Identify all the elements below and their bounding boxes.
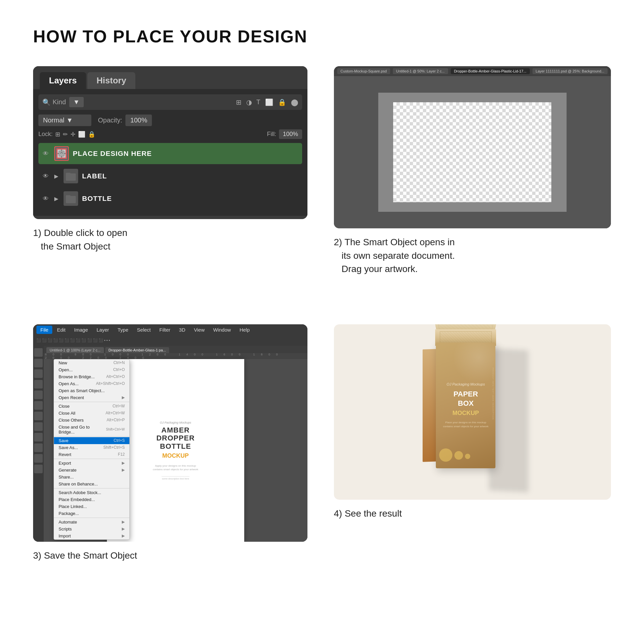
dd-import[interactable]: Import▶: [54, 532, 129, 539]
opacity-label: Opacity:: [98, 116, 122, 124]
dd-open-recent[interactable]: Open Recent▶: [54, 394, 129, 401]
layer-name-design: PLACE DESIGN HERE: [73, 150, 152, 158]
ps-tab-3[interactable]: Dropper-Bottle-Amber-Glass-Plastic-Lid-1…: [451, 68, 530, 74]
box-mockup-container: OJ Packaging Mockups PAPER BOX MOCKUP Pl…: [409, 329, 535, 495]
step-2-caption: 2) The Smart Object opens in its own sep…: [334, 236, 455, 276]
dd-export[interactable]: Export▶: [54, 460, 129, 467]
ps-tab-2[interactable]: Untitled-1 @ 50%: Layer 2 c...: [393, 68, 448, 74]
layer-icon-shape[interactable]: ⬜: [265, 98, 273, 106]
menu-select[interactable]: Select: [133, 326, 155, 334]
lock-paint-icon[interactable]: ✏: [63, 131, 68, 138]
lock-move-icon[interactable]: ✛: [70, 131, 75, 138]
menu-help[interactable]: Help: [236, 326, 254, 334]
tool-7[interactable]: [34, 412, 43, 420]
step-4-cell: OJ Packaging Mockups PAPER BOX MOCKUP Pl…: [334, 324, 611, 563]
dd-open[interactable]: Open...Ctrl+O: [54, 366, 129, 373]
lock-transparency-icon[interactable]: ⊞: [55, 131, 60, 138]
dd-open-smart[interactable]: Open as Smart Object...: [54, 387, 129, 394]
blend-mode-select[interactable]: Normal ▼: [38, 115, 91, 126]
ps-doc-tab-1[interactable]: Untitled-1 @ 100% (Layer 2 c...: [46, 347, 104, 353]
tool-12[interactable]: [34, 465, 43, 473]
dd-new[interactable]: NewCtrl+N: [54, 359, 129, 366]
ps-main-area: Untitled-1 @ 100% (Layer 2 c... Dropper-…: [44, 346, 307, 542]
menu-layer[interactable]: Layer: [93, 326, 113, 334]
dd-share-behance[interactable]: Share on Behance...: [54, 481, 129, 487]
menu-type[interactable]: Type: [114, 326, 132, 334]
menu-view[interactable]: View: [190, 326, 208, 334]
dd-scripts[interactable]: Scripts▶: [54, 526, 129, 532]
layer-name-label: LABEL: [82, 172, 107, 180]
menu-file[interactable]: File: [36, 326, 52, 334]
result-box: OJ Packaging Mockups PAPER BOX MOCKUP Pl…: [334, 324, 611, 500]
dd-search-stock[interactable]: Search Adobe Stock...: [54, 489, 129, 496]
menu-image[interactable]: Image: [70, 326, 92, 334]
dd-sep-5: [54, 518, 129, 518]
dd-share[interactable]: Share...: [54, 474, 129, 481]
ps-tab-1[interactable]: Custom-Mockup-Square.psd: [337, 68, 390, 74]
tool-2[interactable]: [34, 359, 43, 367]
tool-11[interactable]: [34, 454, 43, 463]
menu-edit[interactable]: Edit: [53, 326, 69, 334]
tool-3[interactable]: [34, 369, 43, 378]
box-side-text: PRODUCT INFO TEXT HERE DESCRIPTION: [492, 368, 494, 420]
lock-label: Lock:: [38, 131, 53, 138]
dd-close-all[interactable]: Close AllAlt+Ctrl+W: [54, 410, 129, 417]
tab-history[interactable]: History: [87, 72, 136, 89]
dd-package[interactable]: Package...: [54, 510, 129, 517]
lock-artboard-icon[interactable]: ⬜: [78, 131, 85, 138]
tool-9[interactable]: [34, 433, 43, 441]
layer-icon-image[interactable]: ⊞: [236, 98, 242, 106]
menu-filter[interactable]: Filter: [156, 326, 174, 334]
tool-8[interactable]: [34, 422, 43, 431]
layer-chevron-bottle[interactable]: ▶: [54, 196, 58, 202]
lock-icons: ⊞ ✏ ✛ ⬜ 🔒: [55, 131, 95, 138]
step-3-caption: 3) Save the Smart Object: [33, 549, 137, 563]
dd-sep-3: [54, 459, 129, 459]
box-title-line2: BOX: [453, 399, 478, 407]
layer-icon-pixel[interactable]: ⬤: [291, 98, 298, 106]
ps-doc-tabs: Untitled-1 @ 100% (Layer 2 c... Dropper-…: [44, 346, 307, 353]
layer-icon-type[interactable]: T: [256, 98, 260, 106]
svg-rect-6: [66, 173, 76, 181]
doc-small-text: Apply your designs on this mockupcontain…: [153, 464, 198, 471]
tool-6[interactable]: [34, 401, 43, 410]
dd-close[interactable]: CloseCtrl+W: [54, 403, 129, 410]
layer-visibility-icon-bottle[interactable]: 👁: [41, 194, 50, 203]
layer-thumb-bottle: [64, 191, 78, 206]
menu-window[interactable]: Window: [209, 326, 235, 334]
dd-open-as[interactable]: Open As...Alt+Shift+Ctrl+O: [54, 380, 129, 387]
layer-icon-adjust[interactable]: ◑: [246, 98, 252, 106]
layer-row-label[interactable]: 👁 ▶ LABEL: [38, 165, 302, 187]
page-title: HOW TO PLACE YOUR DESIGN: [33, 26, 611, 46]
dd-place-linked[interactable]: Place Linked...: [54, 503, 129, 510]
ps-doc-tab-2[interactable]: Dropper-Bottle-Amber-Glass-1 pa...: [105, 347, 169, 353]
step-4-caption: 4) See the result: [334, 507, 402, 521]
dd-revert[interactable]: RevertF12: [54, 451, 129, 458]
dd-close-others[interactable]: Close OthersAlt+Ctrl+P: [54, 417, 129, 424]
tool-4[interactable]: [34, 380, 43, 389]
dd-generate[interactable]: Generate▶: [54, 467, 129, 474]
layer-row-design[interactable]: 👁 PLACE DESI: [38, 143, 302, 164]
dd-place-embedded[interactable]: Place Embedded...: [54, 496, 129, 503]
box-title-block: PAPER BOX: [453, 390, 478, 409]
dd-save[interactable]: SaveCtrl+S: [54, 437, 129, 444]
ps-tab-4[interactable]: Layer 1111111.psd @ 25%: Background...: [532, 68, 608, 74]
layer-visibility-icon-label[interactable]: 👁: [41, 171, 50, 181]
dd-close-bridge[interactable]: Close and Go to Bridge...Shift+Ctrl+W: [54, 424, 129, 436]
dd-save-as[interactable]: Save As...Shift+Ctrl+S: [54, 444, 129, 451]
tool-1[interactable]: [34, 348, 43, 357]
layer-chevron-label[interactable]: ▶: [54, 173, 58, 179]
layer-visibility-icon-design[interactable]: 👁: [41, 149, 50, 158]
opacity-value[interactable]: 100%: [125, 115, 152, 126]
tool-5[interactable]: [34, 391, 43, 399]
layer-row-bottle[interactable]: 👁 ▶ BOTTLE: [38, 188, 302, 209]
dd-automate[interactable]: Automate▶: [54, 519, 129, 526]
search-kind-dropdown[interactable]: ▼: [69, 97, 84, 107]
fill-value[interactable]: 100%: [279, 129, 302, 139]
layer-icon-smart[interactable]: 🔒: [278, 98, 286, 106]
lock-all-icon[interactable]: 🔒: [88, 131, 95, 138]
dd-browse[interactable]: Browse in Bridge...Alt+Ctrl+O: [54, 373, 129, 380]
tool-10[interactable]: [34, 443, 43, 452]
menu-3d[interactable]: 3D: [175, 326, 189, 334]
tab-layers[interactable]: Layers: [40, 72, 86, 89]
